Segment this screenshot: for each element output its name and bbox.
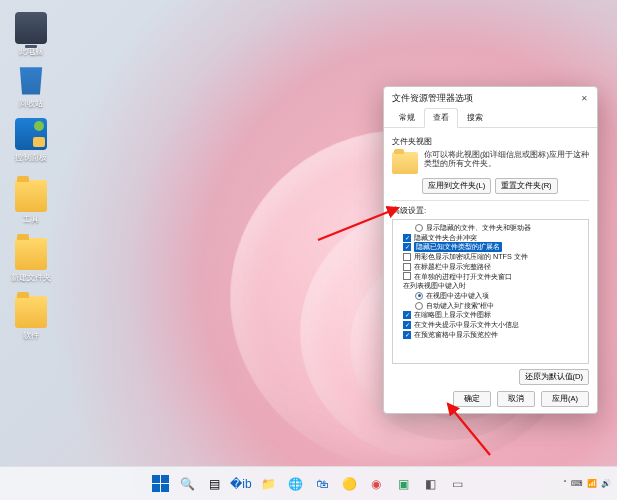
checkbox-icon: ✓ — [403, 234, 411, 242]
tab-search[interactable]: 搜索 — [458, 108, 492, 128]
advanced-option[interactable]: ✓在预览窗格中显示预览控件 — [397, 330, 584, 340]
checkbox-icon — [403, 253, 411, 261]
option-label: 在预览窗格中显示预览控件 — [414, 330, 498, 340]
ok-button[interactable]: 确定 — [453, 391, 491, 407]
dialog-tabs: 常规 查看 搜索 — [384, 107, 597, 128]
desktop-icon-label: 控制面板 — [6, 152, 56, 163]
input-icon[interactable]: ⌨ — [571, 479, 583, 488]
desktop: 此电脑 回收站 控制面板 工具 新建文件夹 软件 文件资源管理器选项 ✕ 常规 … — [0, 0, 617, 500]
folder-icon — [15, 296, 47, 328]
taskbar-app[interactable]: ◧ — [419, 473, 441, 495]
advanced-settings-list[interactable]: 显示隐藏的文件、文件夹和驱动器✓隐藏文件夹合并冲突✓隐藏已知文件类型的扩展名用彩… — [392, 219, 589, 364]
app-icon: ◧ — [425, 477, 436, 491]
checkbox-icon: ✓ — [403, 243, 411, 251]
wifi-icon[interactable]: 📶 — [587, 479, 597, 488]
close-icon: ✕ — [581, 94, 588, 103]
folder-views-row: 你可以将此视图(如详细信息或图标)应用于这种类型的所有文件夹。 — [392, 150, 589, 174]
volume-icon[interactable]: 🔊 — [601, 479, 611, 488]
advanced-option[interactable]: 显示隐藏的文件、文件夹和驱动器 — [397, 223, 584, 233]
restore-defaults-button[interactable]: 还原为默认值(D) — [519, 369, 589, 385]
option-label: 在单独的进程中打开文件夹窗口 — [414, 272, 512, 282]
search-icon: 🔍 — [180, 477, 195, 491]
folder-views-desc: 你可以将此视图(如详细信息或图标)应用于这种类型的所有文件夹。 — [424, 150, 589, 169]
recycle-bin-icon — [15, 64, 47, 96]
close-button[interactable]: ✕ — [577, 91, 591, 105]
folder-icon — [15, 238, 47, 270]
dialog-titlebar[interactable]: 文件资源管理器选项 ✕ — [384, 87, 597, 107]
option-label: 隐藏已知文件类型的扩展名 — [414, 242, 502, 252]
taskbar-app[interactable]: ◉ — [365, 473, 387, 495]
control-panel-icon — [15, 118, 47, 150]
chevron-up-icon[interactable]: ˄ — [563, 479, 567, 488]
radio-icon — [415, 224, 423, 232]
advanced-label: 高级设置: — [392, 205, 589, 216]
option-label: 在列表视图中键入时 — [403, 281, 466, 291]
system-tray[interactable]: ˄ ⌨ 📶 🔊 — [563, 466, 611, 500]
desktop-icon-control-panel[interactable]: 控制面板 — [6, 118, 56, 163]
restore-row: 还原为默认值(D) — [392, 369, 589, 385]
app-icon: ▣ — [398, 477, 409, 491]
folder-views-buttons: 应用到文件夹(L) 重置文件夹(R) — [422, 178, 589, 194]
checkbox-icon: ✓ — [403, 321, 411, 329]
desktop-icon-label: 回收站 — [6, 98, 56, 109]
dialog-footer: 确定 取消 应用(A) — [384, 391, 597, 407]
widgets-icon: �ib — [230, 477, 251, 491]
taskbar-taskview[interactable]: ▤ — [203, 473, 225, 495]
desktop-icon-folder[interactable]: 新建文件夹 — [6, 238, 56, 283]
desktop-icon-folder[interactable]: 工具 — [6, 180, 56, 225]
taskbar-app[interactable]: ▣ — [392, 473, 414, 495]
apply-to-folders-button[interactable]: 应用到文件夹(L) — [422, 178, 491, 194]
tray-icons[interactable]: ˄ ⌨ 📶 🔊 — [563, 479, 611, 488]
option-label: 用彩色显示加密或压缩的 NTFS 文件 — [414, 252, 528, 262]
chrome-icon: 🟡 — [342, 477, 357, 491]
taskbar-edge[interactable]: 🌐 — [284, 473, 306, 495]
taskbar-search[interactable]: 🔍 — [176, 473, 198, 495]
advanced-option[interactable]: 用彩色显示加密或压缩的 NTFS 文件 — [397, 252, 584, 262]
taskview-icon: ▤ — [209, 477, 220, 491]
checkbox-icon: ✓ — [403, 331, 411, 339]
option-label: 在文件夹提示中显示文件大小信息 — [414, 320, 519, 330]
advanced-option[interactable]: ✓隐藏已知文件类型的扩展名 — [397, 242, 584, 252]
start-button[interactable] — [149, 473, 171, 495]
radio-icon — [415, 292, 423, 300]
desktop-icon-label: 软件 — [6, 330, 56, 341]
taskbar-app[interactable]: ▭ — [446, 473, 468, 495]
folder-icon — [392, 152, 418, 174]
advanced-option[interactable]: ✓隐藏文件夹合并冲突 — [397, 233, 584, 243]
tab-view[interactable]: 查看 — [424, 108, 458, 128]
taskbar-explorer[interactable]: 📁 — [257, 473, 279, 495]
cancel-button[interactable]: 取消 — [497, 391, 535, 407]
advanced-option[interactable]: 在单独的进程中打开文件夹窗口 — [397, 272, 584, 282]
taskbar-store[interactable]: 🛍 — [311, 473, 333, 495]
taskbar-widgets[interactable]: �ib — [230, 473, 252, 495]
advanced-option[interactable]: ✓在缩略图上显示文件图标 — [397, 310, 584, 320]
desktop-icon-folder[interactable]: 软件 — [6, 296, 56, 341]
folder-icon: 📁 — [261, 477, 276, 491]
divider — [392, 200, 589, 201]
advanced-option[interactable]: ✓在文件夹提示中显示文件大小信息 — [397, 320, 584, 330]
apply-button[interactable]: 应用(A) — [541, 391, 589, 407]
advanced-option[interactable]: 在视图中选中键入项 — [397, 291, 584, 301]
folder-icon — [15, 180, 47, 212]
folder-options-dialog: 文件资源管理器选项 ✕ 常规 查看 搜索 文件夹视图 你可以将此视图(如详细信息… — [383, 86, 598, 414]
radio-icon — [415, 302, 423, 310]
store-icon: 🛍 — [316, 477, 328, 491]
pc-icon — [15, 12, 47, 44]
desktop-icon-label: 工具 — [6, 214, 56, 225]
desktop-icon-this-pc[interactable]: 此电脑 — [6, 12, 56, 57]
edge-icon: 🌐 — [288, 477, 303, 491]
tab-general[interactable]: 常规 — [390, 108, 424, 128]
dialog-title: 文件资源管理器选项 — [392, 92, 473, 105]
desktop-icon-recycle-bin[interactable]: 回收站 — [6, 64, 56, 109]
option-label: 在缩略图上显示文件图标 — [414, 310, 491, 320]
advanced-option[interactable]: 自动键入到"搜索"框中 — [397, 301, 584, 311]
windows-icon — [152, 475, 169, 492]
reset-folders-button[interactable]: 重置文件夹(R) — [495, 178, 557, 194]
advanced-option[interactable]: 在标题栏中显示完整路径 — [397, 262, 584, 272]
option-label: 在视图中选中键入项 — [426, 291, 489, 301]
folder-views-label: 文件夹视图 — [392, 136, 589, 147]
taskbar-chrome[interactable]: 🟡 — [338, 473, 360, 495]
advanced-option[interactable]: 在列表视图中键入时 — [397, 281, 584, 291]
checkbox-icon — [403, 263, 411, 271]
taskbar: 🔍 ▤ �ib 📁 🌐 🛍 🟡 ◉ ▣ ◧ ▭ ˄ ⌨ 📶 🔊 — [0, 466, 617, 500]
